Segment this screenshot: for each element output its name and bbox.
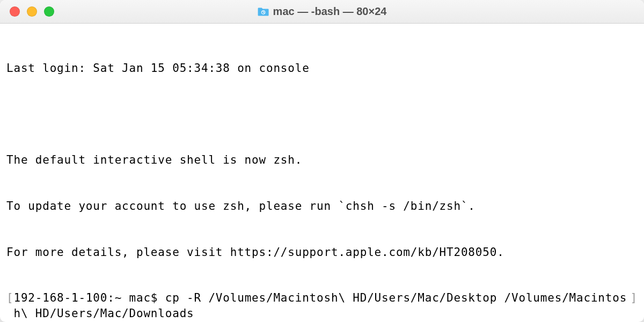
blank-line <box>6 107 638 122</box>
command-text: 192-168-1-100:~ mac$ cp -R /Volumes/Maci… <box>13 290 630 321</box>
zsh-notice-line: The default interactive shell is now zsh… <box>6 152 638 168</box>
folder-icon <box>258 7 269 17</box>
window-title-group: mac — -bash — 80×24 <box>258 5 387 18</box>
executed-command-line: [ 192-168-1-100:~ mac$ cp -R /Volumes/Ma… <box>6 290 638 321</box>
last-login-line: Last login: Sat Jan 15 05:34:38 on conso… <box>6 61 638 76</box>
terminal-window: mac — -bash — 80×24 Last login: Sat Jan … <box>0 0 644 322</box>
minimize-icon[interactable] <box>27 6 37 17</box>
window-title: mac — -bash — 80×24 <box>273 5 387 18</box>
close-icon[interactable] <box>10 6 20 17</box>
traffic-lights <box>0 6 54 17</box>
maximize-icon[interactable] <box>44 6 54 17</box>
zsh-notice-line: For more details, please visit https://s… <box>6 245 638 260</box>
bracket-open-icon: [ <box>6 290 13 306</box>
titlebar[interactable]: mac — -bash — 80×24 <box>0 0 644 24</box>
bracket-close-icon: ] <box>631 290 638 306</box>
zsh-notice-line: To update your account to use zsh, pleas… <box>6 199 638 214</box>
terminal-output[interactable]: Last login: Sat Jan 15 05:34:38 on conso… <box>0 24 644 322</box>
